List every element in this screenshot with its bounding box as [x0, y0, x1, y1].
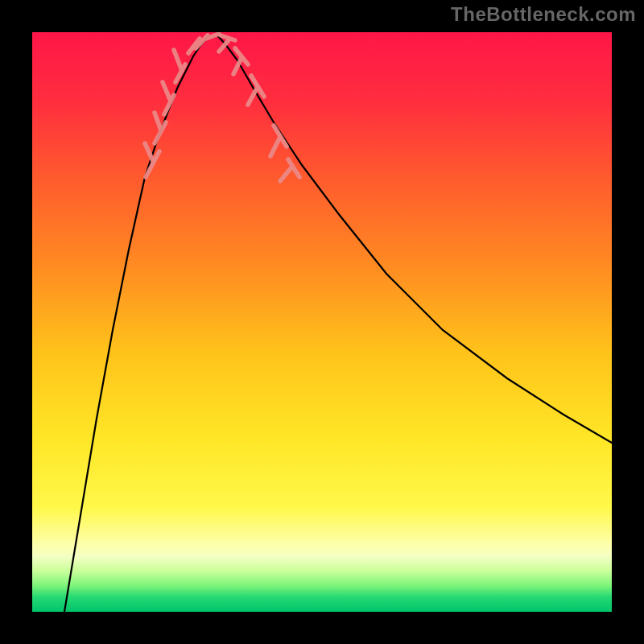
crosshatch-left — [145, 34, 219, 177]
svg-line-4 — [155, 113, 161, 130]
crosshatch-right — [219, 35, 299, 181]
curve-right-arm — [217, 35, 612, 443]
svg-line-17 — [248, 87, 258, 105]
svg-line-2 — [145, 143, 153, 161]
curve-left-arm — [64, 35, 209, 612]
svg-line-6 — [163, 82, 171, 101]
svg-line-19 — [270, 137, 280, 156]
watermark-label: TheBottleneck.com — [451, 3, 636, 26]
svg-line-8 — [174, 50, 182, 71]
plot-frame — [32, 32, 612, 612]
curve-layer — [32, 32, 612, 612]
chart-root: TheBottleneck.com — [0, 0, 644, 644]
svg-line-21 — [280, 167, 291, 181]
